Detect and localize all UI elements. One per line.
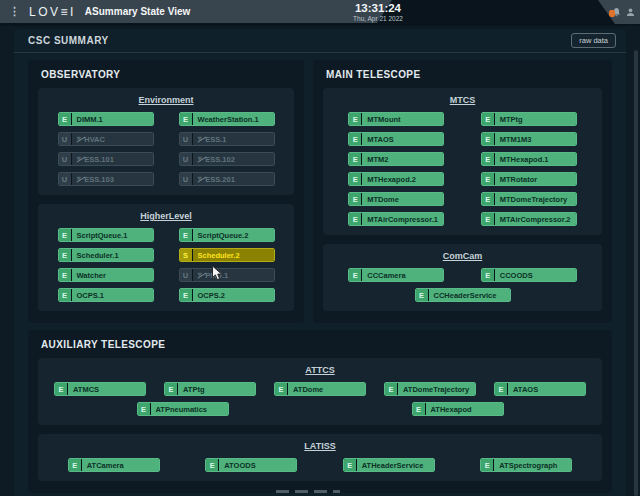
notifications-bell-icon[interactable] (611, 4, 622, 15)
csc-state-letter: E (482, 153, 495, 165)
panel-title: OBSERVATORY (41, 69, 294, 80)
csc-badge-grid: E MTMount E MTPtg E MTAOS E MTM1M3 E MTM… (330, 112, 595, 226)
group-latiss: LATISS E ATCamera E ATOODS E ATHeaderSer… (38, 434, 602, 481)
csc-state-letter: E (482, 133, 495, 145)
csc-name: PMD.1 (205, 271, 228, 280)
csc-status-badge[interactable]: E MTAirCompressor.1 (348, 212, 444, 226)
csc-state-letter: E (416, 289, 429, 301)
top-navbar: ⋮ LOV≡I ASummary State View 13:31:24 Thu… (0, 0, 640, 26)
csc-status-badge[interactable]: E ATPtg (164, 382, 256, 396)
csc-status-badge[interactable]: E MTPtg (481, 112, 577, 126)
csc-name: ESS.101 (84, 155, 114, 164)
user-icon[interactable] (625, 4, 636, 15)
csc-status-badge[interactable]: E ATCamera (68, 458, 160, 472)
group-title: HigherLevel (45, 211, 287, 221)
csc-status-badge[interactable]: E ATHeaderService (343, 458, 435, 472)
csc-status-badge[interactable]: E CCCamera (348, 268, 444, 282)
csc-status-badge[interactable]: E ATMCS (54, 382, 146, 396)
csc-status-badge[interactable]: E MTAirCompressor.2 (481, 212, 577, 226)
csc-status-badge[interactable]: E ATDome (274, 382, 366, 396)
csc-status-badge[interactable]: E ATHexapod (412, 402, 504, 416)
csc-status-badge[interactable]: E ScriptQueue.2 (179, 228, 275, 242)
content-area: CSC SUMMARY raw data OBSERVATORY Environ… (0, 26, 640, 496)
csc-state-letter: E (59, 113, 72, 125)
csc-name: ATMCS (73, 385, 99, 394)
group-comcam: ComCam E CCCamera E CCOODS E CCHeaderSer… (323, 244, 602, 311)
love-logo: LOV≡I (29, 5, 76, 19)
csc-state-letter: E (165, 383, 178, 395)
kebab-menu-icon[interactable]: ⋮ (9, 6, 20, 17)
csc-status-badge[interactable]: U ♥ ESS.1 (179, 132, 275, 146)
csc-status-badge[interactable]: E WeatherStation.1 (179, 112, 275, 126)
csc-status-badge[interactable]: E ATDomeTrajectory (384, 382, 476, 396)
csc-summary-card: CSC SUMMARY raw data OBSERVATORY Environ… (14, 29, 626, 496)
csc-state-letter: E (138, 403, 151, 415)
csc-status-badge[interactable]: E OCPS.1 (58, 288, 154, 302)
csc-status-badge[interactable]: E MTHexapod.1 (481, 152, 577, 166)
csc-status-badge[interactable]: E CCHeaderService (415, 288, 511, 302)
csc-state-letter: E (482, 173, 495, 185)
csc-state-letter: E (344, 459, 357, 471)
csc-name: ATCamera (87, 461, 124, 470)
csc-status-badge[interactable]: E MTDome (348, 192, 444, 206)
csc-name: HVAC (84, 135, 105, 144)
panel-observatory: OBSERVATORY Environment E DIMM.1 E Weath… (28, 60, 304, 323)
csc-name: ESS.1 (205, 135, 226, 144)
csc-status-badge[interactable]: E DIMM.1 (58, 112, 154, 126)
group-title: MTCS (330, 95, 595, 105)
csc-state-letter: E (495, 383, 508, 395)
csc-state-letter: E (349, 213, 362, 225)
csc-state-letter: E (59, 269, 72, 281)
csc-state-letter: U (180, 173, 193, 185)
csc-status-badge[interactable]: E Scheduler.1 (58, 248, 154, 262)
csc-name: OCPS.2 (198, 291, 226, 300)
csc-status-badge[interactable]: U ♥ ESS.101 (58, 152, 154, 166)
csc-status-badge[interactable]: S Scheduler.2 (179, 248, 275, 262)
csc-state-letter: E (349, 153, 362, 165)
group-title: Environment (45, 95, 287, 105)
csc-state-letter: E (55, 383, 68, 395)
csc-name: ATDomeTrajectory (403, 385, 469, 394)
csc-status-badge[interactable]: U ♥ HVAC (58, 132, 154, 146)
csc-status-badge[interactable]: E ScriptQueue.1 (58, 228, 154, 242)
panel-title: AUXILIARY TELESCOPE (41, 339, 602, 350)
csc-state-letter: E (482, 193, 495, 205)
csc-status-badge[interactable]: E ATSpectrograph (480, 458, 572, 472)
csc-status-badge[interactable]: U ♥ ESS.102 (179, 152, 275, 166)
csc-name: CCOODS (500, 271, 533, 280)
csc-state-letter: E (180, 113, 193, 125)
csc-state-letter: E (482, 113, 495, 125)
csc-status-badge[interactable]: E MTHexapod.2 (348, 172, 444, 186)
csc-status-badge[interactable]: E MTDomeTrajectory (481, 192, 577, 206)
csc-state-letter: U (59, 133, 72, 145)
csc-name: MTPtg (500, 115, 523, 124)
raw-data-button[interactable]: raw data (571, 33, 616, 48)
heartbeat-lost-icon: ♥ (198, 155, 203, 163)
csc-state-letter: E (349, 133, 362, 145)
csc-status-badge[interactable]: U ♥ ESS.201 (179, 172, 275, 186)
csc-state-letter: U (59, 173, 72, 185)
csc-status-badge[interactable]: E CCOODS (481, 268, 577, 282)
csc-status-badge[interactable]: E ATPneumatics (137, 402, 229, 416)
summary-header: CSC SUMMARY raw data (14, 29, 626, 53)
csc-state-letter: E (275, 383, 288, 395)
csc-name: MTDomeTrajectory (500, 195, 568, 204)
csc-status-badge[interactable]: E MTM2 (348, 152, 444, 166)
csc-name: ESS.201 (205, 175, 235, 184)
csc-status-badge[interactable]: U ♥ PMD.1 (179, 268, 275, 282)
csc-status-badge[interactable]: E ATAOS (494, 382, 586, 396)
csc-status-badge[interactable]: E MTM1M3 (481, 132, 577, 146)
view-title: ASummary State View (85, 6, 190, 17)
love-app: ⋮ LOV≡I ASummary State View 13:31:24 Thu… (0, 0, 640, 496)
csc-status-badge[interactable]: U ♥ ESS.103 (58, 172, 154, 186)
csc-name: MTDome (367, 195, 399, 204)
csc-status-badge[interactable]: E MTMount (348, 112, 444, 126)
csc-status-badge[interactable]: E OCPS.2 (179, 288, 275, 302)
csc-state-letter: E (59, 289, 72, 301)
csc-status-badge[interactable]: E MTAOS (348, 132, 444, 146)
csc-status-badge[interactable]: E Watcher (58, 268, 154, 282)
csc-status-badge[interactable]: E MTRotator (481, 172, 577, 186)
csc-status-badge[interactable]: E ATOODS (205, 458, 297, 472)
group-higherlevel: HigherLevel E ScriptQueue.1 E ScriptQueu… (38, 204, 294, 311)
vertical-scrollbar-thumb[interactable] (634, 50, 638, 496)
